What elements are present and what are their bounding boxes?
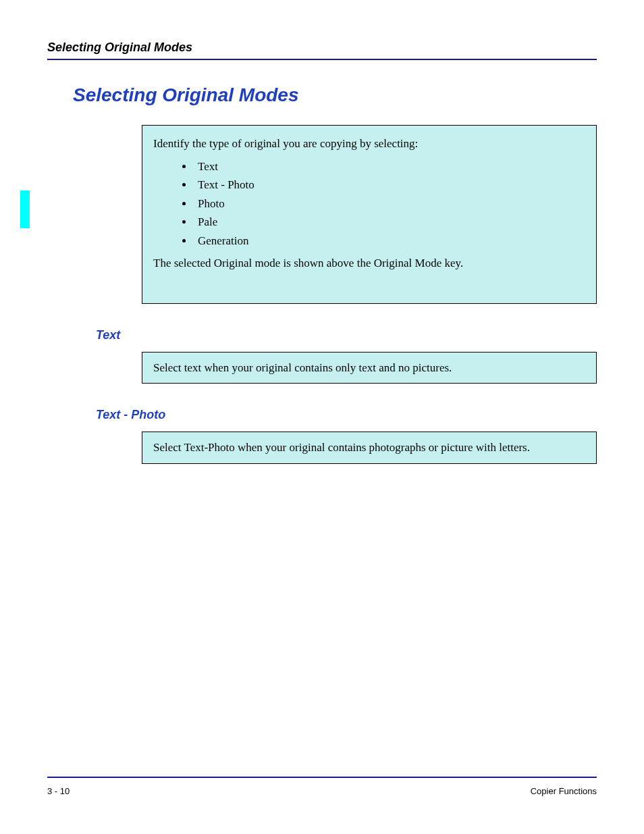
page-number: 3 - 10 <box>47 786 70 796</box>
subsection-heading-text-photo: Text - Photo <box>96 408 597 422</box>
text-photo-body: Select Text-Photo when your original con… <box>153 441 530 454</box>
text-photo-callout: Select Text-Photo when your original con… <box>142 432 597 464</box>
list-item: Generation <box>194 232 585 250</box>
running-header: Selecting Original Modes <box>47 41 597 60</box>
text-callout: Select text when your original contains … <box>142 352 597 384</box>
list-item: Photo <box>194 195 585 213</box>
intro-callout: Identify the type of original you are co… <box>142 125 597 304</box>
list-item: Pale <box>194 213 585 231</box>
page-title: Selecting Original Modes <box>73 84 597 106</box>
text-body: Select text when your original contains … <box>153 361 452 374</box>
footer: 3 - 10 Copier Functions <box>47 777 597 796</box>
intro-lead: Identify the type of original you are co… <box>153 135 585 153</box>
section-label: Copier Functions <box>531 786 597 796</box>
intro-list: Text Text - Photo Photo Pale Generation <box>194 158 585 250</box>
subsection-heading-text: Text <box>96 328 597 342</box>
page: Selecting Original Modes Selecting Origi… <box>0 0 644 834</box>
list-item: Text - Photo <box>194 176 585 194</box>
list-item: Text <box>194 158 585 176</box>
intro-tail: The selected Original mode is shown abov… <box>153 255 585 272</box>
